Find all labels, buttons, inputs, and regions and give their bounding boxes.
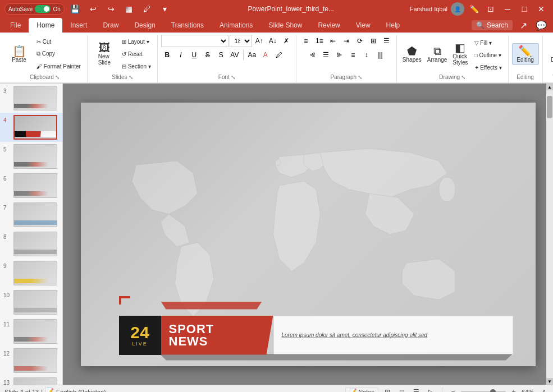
font-size-select[interactable]: 18 (230, 35, 252, 47)
pen-icon[interactable]: ✏️ (467, 2, 481, 16)
shape-fill-button[interactable]: ▽ Fill ▾ (472, 37, 505, 48)
slide-thumb-10[interactable]: 10 (0, 288, 62, 317)
autosave-badge[interactable]: AutoSave On (4, 3, 65, 15)
font-family-select[interactable] (161, 35, 228, 47)
italic-button[interactable]: I (175, 49, 187, 61)
columns-button[interactable]: ☰ (381, 35, 393, 47)
presentation-mode-button[interactable]: ▦ (122, 2, 136, 16)
normal-view-button[interactable]: ⊞ (382, 386, 393, 393)
underline-button[interactable]: U (188, 49, 200, 61)
decrease-indent-button[interactable]: ⇤ (327, 35, 339, 47)
zoom-thumb[interactable] (490, 389, 496, 393)
paragraph-expand-icon[interactable]: ⤡ (358, 74, 362, 80)
layout-button[interactable]: ⊞ Layout ▾ (119, 36, 154, 47)
slide-thumb-5[interactable]: 5 (0, 142, 62, 171)
char-spacing-button[interactable]: AV (228, 49, 241, 61)
text-direction-button[interactable]: ⟳ (354, 35, 366, 47)
restore-button[interactable]: ⊡ (483, 2, 498, 16)
add-remove-columns-button[interactable]: ||| (374, 49, 386, 61)
redo-button[interactable]: ↪ (104, 2, 118, 16)
undo-button[interactable]: ↩ (86, 2, 100, 16)
slide-thumb-6[interactable]: 6 (0, 171, 62, 200)
tab-file[interactable]: File (2, 18, 29, 33)
zoom-out-button[interactable]: － (447, 386, 459, 393)
align-left-button[interactable]: ⫷ (307, 49, 319, 61)
paste-button[interactable]: 📋 Paste (6, 44, 33, 64)
scrollbar-thumb[interactable] (547, 96, 552, 118)
new-slide-button[interactable]: 🖼 NewSlide (91, 40, 118, 67)
bold-button[interactable]: B (161, 49, 173, 61)
increase-indent-button[interactable]: ⇥ (340, 35, 353, 47)
slide-thumb-4[interactable]: 4 (0, 113, 62, 142)
decrease-font-button[interactable]: A↓ (267, 35, 279, 47)
maximize-button[interactable]: □ (517, 2, 532, 16)
clear-format-button[interactable]: ✗ (280, 35, 293, 47)
canvas-area[interactable]: 24 LIVE SPORT NEWS Lorem ipsum dolor sit… (63, 84, 553, 385)
increase-font-button[interactable]: A↑ (253, 35, 266, 47)
tab-transitions[interactable]: Transitions (163, 18, 212, 33)
save-button[interactable]: 💾 (68, 2, 83, 16)
tab-review[interactable]: Review (310, 18, 348, 33)
slide-thumb-8[interactable]: 8 (0, 229, 62, 259)
text-case-button[interactable]: Aa (246, 49, 258, 61)
slide-thumb-7[interactable]: 7 (0, 200, 62, 229)
share-button[interactable]: ↗ (516, 18, 531, 33)
numbering-button[interactable]: 1≡ (313, 35, 326, 47)
justify-button[interactable]: ≡ (347, 49, 359, 61)
slide-thumb-3[interactable]: 3 (0, 84, 62, 113)
strikethrough-button[interactable]: S (202, 49, 214, 61)
dictate-button[interactable]: 🎙 Dictate (546, 44, 553, 64)
section-button[interactable]: ⊟ Section ▾ (119, 61, 154, 72)
tab-slideshow[interactable]: Slide Show (260, 18, 310, 33)
more-button[interactable]: ▾ (158, 2, 172, 16)
tab-design[interactable]: Design (126, 18, 163, 33)
copy-button[interactable]: ⧉ Copy (34, 48, 84, 59)
bullets-button[interactable]: ≡ (300, 35, 312, 47)
fit-slide-button[interactable]: ⤢ (537, 386, 549, 393)
shadow-button[interactable]: S (215, 49, 227, 61)
font-expand-icon[interactable]: ⤡ (231, 74, 235, 80)
editing-button[interactable]: ✏️ Editing (512, 43, 539, 65)
customize-button[interactable]: 🖊 (140, 2, 154, 16)
close-button[interactable]: ✕ (534, 2, 549, 16)
comments-button[interactable]: 💬 (534, 18, 549, 33)
slide-thumb-12[interactable]: 12 (0, 346, 62, 375)
shape-outline-button[interactable]: □ Outline ▾ (472, 49, 505, 61)
autosave-toggle[interactable] (35, 5, 51, 13)
line-spacing-button[interactable]: ↕ (360, 49, 373, 61)
drawing-expand-icon[interactable]: ⤡ (461, 74, 465, 80)
arrange-button[interactable]: ⧉ Arrange (425, 35, 450, 73)
font-color-button[interactable]: A (259, 49, 272, 61)
convert-to-smartart-button[interactable]: ⊞ (367, 35, 380, 47)
tab-animations[interactable]: Animations (212, 18, 260, 33)
tab-insert[interactable]: Insert (62, 18, 95, 33)
slide-sorter-button[interactable]: ⊟ (396, 386, 408, 393)
shapes-button[interactable]: ⬟ Shapes (400, 35, 424, 73)
reading-view-button[interactable]: ☰ (411, 386, 422, 393)
search-box[interactable]: 🔍 Search (472, 20, 513, 30)
align-center-button[interactable]: ☰ (320, 49, 332, 61)
cut-button[interactable]: ✂ Cut (34, 36, 84, 47)
minimize-button[interactable]: ─ (500, 2, 515, 16)
tab-view[interactable]: View (348, 18, 378, 33)
notes-button[interactable]: 📝 Notes (345, 387, 378, 392)
scroll-up-button[interactable]: ▲ (546, 84, 553, 90)
scroll-down-button[interactable]: ▼ (546, 378, 553, 385)
slide-thumb-9[interactable]: 9 (0, 259, 62, 288)
align-right-button[interactable]: ⫸ (333, 49, 346, 61)
tab-help[interactable]: Help (378, 18, 408, 33)
slide-thumb-13[interactable]: 13 (0, 375, 62, 385)
presenter-view-button[interactable]: ▷ (426, 386, 437, 393)
highlight-button[interactable]: 🖊 (273, 49, 285, 61)
shape-effects-button[interactable]: ✦ Effects ▾ (472, 62, 505, 73)
format-painter-button[interactable]: 🖌 Format Painter (34, 61, 84, 72)
tab-draw[interactable]: Draw (95, 18, 126, 33)
reset-button[interactable]: ↺ Reset (119, 48, 154, 59)
arrange-icon: ⧉ (433, 45, 441, 57)
quick-styles-button[interactable]: ◧ QuickStyles (450, 35, 470, 73)
slide-thumb-11[interactable]: 11 (0, 317, 62, 346)
slides-expand-icon[interactable]: ⤡ (129, 74, 133, 80)
clipboard-expand-icon[interactable]: ⤡ (55, 74, 60, 80)
tab-home[interactable]: Home (29, 18, 62, 33)
zoom-in-button[interactable]: ＋ (508, 386, 519, 393)
